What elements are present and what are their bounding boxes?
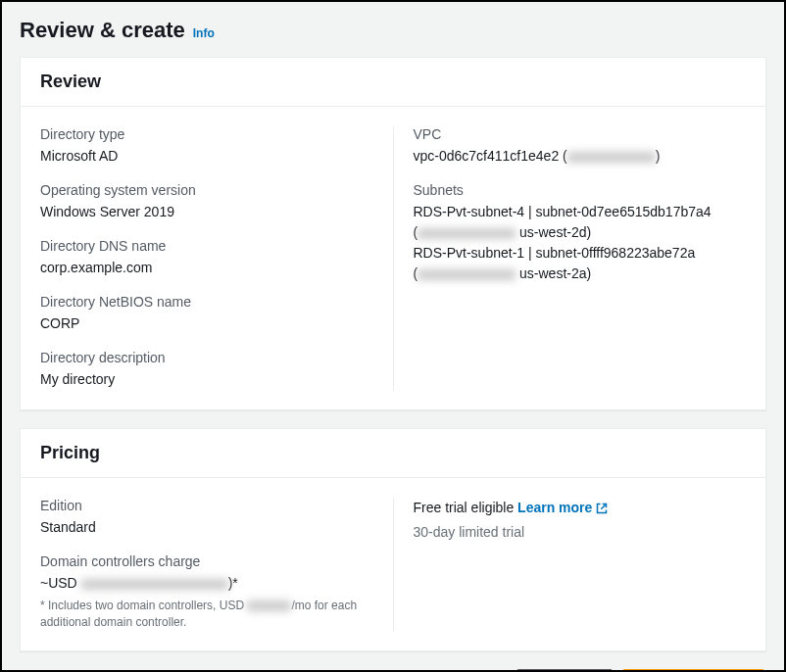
vpc-id: vpc-0d6c7cf411cf1e4e2 ( (414, 148, 567, 164)
field-label: Directory description (40, 350, 373, 365)
field-dns-name: Directory DNS name corp.example.com (40, 238, 373, 278)
create-directory-button[interactable]: Create directory (622, 669, 764, 672)
charge-prefix: ~USD (40, 575, 81, 591)
page-header: Review & create Info (20, 18, 766, 43)
field-label: Directory type (40, 126, 373, 142)
trial-eligible-row: Free trial eligible Learn more (414, 498, 747, 518)
field-label: Domain controllers charge (40, 553, 373, 569)
field-vpc: VPC vpc-0d6c7cf411cf1e4e2 () (414, 126, 747, 167)
charge-footnote: * Includes two domain controllers, USD /… (40, 598, 373, 631)
field-value: corp.example.com (40, 258, 373, 278)
redacted-icon (81, 579, 228, 590)
pricing-left-column: Edition Standard Domain controllers char… (40, 498, 394, 631)
redacted-icon (418, 228, 516, 239)
field-value: My directory (40, 369, 373, 390)
field-domain-controllers-charge: Domain controllers charge ~USD )* * Incl… (40, 553, 373, 631)
wizard-actions: Cancel Previous Create directory (20, 669, 766, 672)
trial-description: 30-day limited trial (414, 524, 747, 540)
field-netbios-name: Directory NetBIOS name CORP (40, 294, 373, 334)
field-directory-type: Directory type Microsoft AD (40, 126, 373, 167)
subnet-az: us-west-2d) (516, 224, 591, 240)
pricing-panel: Pricing Edition Standard Domain controll… (20, 428, 766, 651)
field-value: Microsoft AD (40, 146, 373, 167)
review-panel-header: Review (21, 58, 765, 107)
review-heading: Review (40, 72, 746, 92)
field-label: Operating system version (40, 182, 373, 198)
learn-more-label: Learn more (517, 498, 592, 518)
pricing-right-column: Free trial eligible Learn more 30-day li… (414, 498, 747, 631)
vpc-suffix: ) (656, 148, 661, 164)
footnote-prefix: * Includes two domain controllers, USD (40, 599, 247, 612)
field-value: Standard (40, 517, 373, 538)
external-link-icon (596, 503, 608, 514)
learn-more-link[interactable]: Learn more (517, 498, 608, 518)
previous-button[interactable]: Previous (516, 669, 612, 672)
redacted-icon (567, 152, 656, 163)
field-label: Directory DNS name (40, 238, 373, 254)
pricing-heading: Pricing (40, 443, 746, 463)
trial-eligible-text: Free trial eligible (414, 500, 515, 515)
field-value: ~USD )* (40, 573, 373, 594)
redacted-icon (418, 269, 516, 280)
field-label: Subnets (414, 182, 747, 198)
charge-suffix: )* (228, 575, 238, 591)
field-free-trial: Free trial eligible Learn more 30-day li… (414, 498, 747, 540)
field-value: CORP (40, 313, 373, 334)
field-value: Windows Server 2019 (40, 202, 373, 222)
field-os-version: Operating system version Windows Server … (40, 182, 373, 222)
field-edition: Edition Standard (40, 498, 373, 538)
subnet-az: us-west-2a) (516, 265, 591, 281)
field-label: VPC (414, 126, 747, 142)
subnet-line: RDS-Pvt-subnet-1 | subnet-0ffff968223abe… (414, 243, 747, 264)
info-link[interactable]: Info (193, 26, 215, 40)
field-label: Directory NetBIOS name (40, 294, 373, 310)
review-panel: Review Directory type Microsoft AD Opera… (20, 57, 766, 410)
subnet-line: RDS-Pvt-subnet-4 | subnet-0d7ee6515db17b… (414, 202, 747, 222)
field-description: Directory description My directory (40, 350, 373, 390)
subnet-line: ( us-west-2d) (414, 222, 747, 243)
subnet-line: ( us-west-2a) (414, 264, 747, 284)
review-right-column: VPC vpc-0d6c7cf411cf1e4e2 () Subnets RDS… (414, 126, 747, 390)
pricing-panel-header: Pricing (21, 429, 765, 478)
redacted-icon (247, 600, 291, 611)
review-left-column: Directory type Microsoft AD Operating sy… (40, 126, 394, 390)
field-label: Edition (40, 498, 373, 513)
field-value: RDS-Pvt-subnet-4 | subnet-0d7ee6515db17b… (414, 202, 747, 284)
field-subnets: Subnets RDS-Pvt-subnet-4 | subnet-0d7ee6… (414, 182, 747, 284)
field-value: vpc-0d6c7cf411cf1e4e2 () (414, 146, 747, 167)
page-title: Review & create (20, 18, 185, 43)
